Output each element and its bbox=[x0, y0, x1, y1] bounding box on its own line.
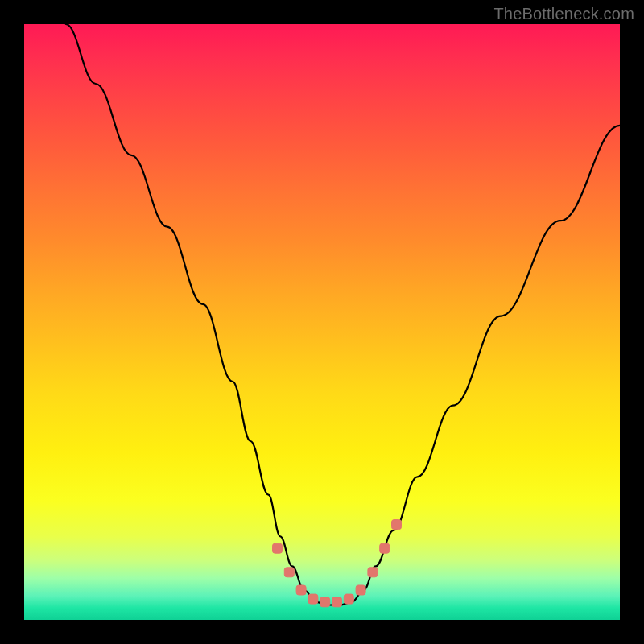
curve-marker bbox=[273, 543, 283, 553]
curve-marker bbox=[380, 543, 390, 553]
curve-layer bbox=[24, 24, 620, 620]
curve-marker bbox=[296, 585, 306, 595]
curve-marker bbox=[332, 597, 342, 607]
watermark-text: TheBottleneck.com bbox=[493, 5, 634, 23]
curve-marker bbox=[356, 585, 365, 595]
chart-frame: TheBottleneck.com bbox=[0, 0, 644, 644]
bottleneck-curve bbox=[66, 24, 620, 605]
plot-area bbox=[24, 24, 620, 620]
curve-marker bbox=[320, 597, 330, 607]
curve-marker bbox=[308, 594, 318, 604]
curve-marker bbox=[368, 568, 378, 577]
curve-marker bbox=[284, 568, 294, 577]
curve-marker bbox=[392, 520, 402, 530]
marker-group bbox=[273, 520, 402, 607]
curve-marker bbox=[344, 594, 353, 604]
